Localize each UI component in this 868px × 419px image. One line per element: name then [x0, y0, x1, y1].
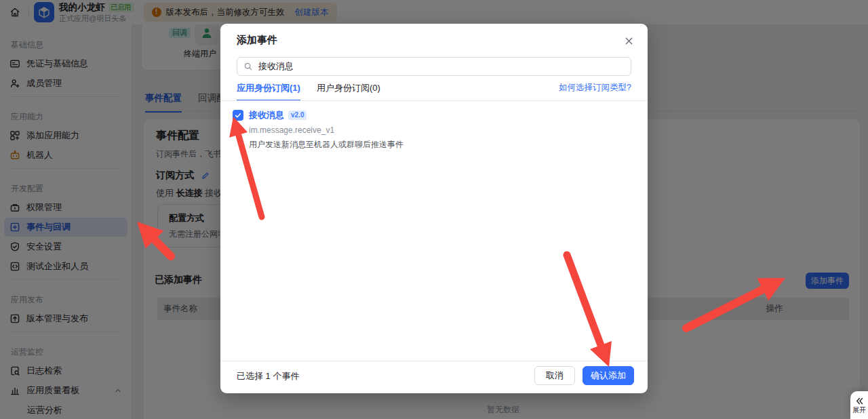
selected-count-text: 已选择 1 个事件: [237, 370, 299, 382]
modal-title: 添加事件: [237, 34, 277, 47]
tab-app-subscription[interactable]: 应用身份订阅(1): [237, 82, 300, 101]
search-box: [237, 57, 631, 76]
tab-user-subscription[interactable]: 用户身份订阅(0): [317, 82, 380, 100]
modal-tabs-divider: [220, 100, 648, 101]
event-name: 接收消息: [249, 109, 284, 121]
double-chevron-left-icon: [855, 397, 864, 405]
add-event-modal: 添加事件 应用身份订阅(1) 用户身份订阅(0) 如何选择订阅类型? 接收消息 …: [220, 24, 648, 393]
app-window: 我的小龙虾 已启用 正式应用@明日头条 ! 版本发布后，当前修改方可生效 创建版…: [0, 0, 868, 419]
expand-panel-toggle[interactable]: 展开: [850, 391, 868, 419]
event-list-item[interactable]: 接收消息 v2.0 im.message.receive_v1 用户发送新消息至…: [233, 109, 403, 151]
version-badge: v2.0: [288, 111, 307, 120]
cancel-button[interactable]: 取消: [534, 366, 575, 385]
event-code: im.message.receive_v1: [249, 125, 403, 135]
help-link[interactable]: 如何选择订阅类型?: [559, 82, 631, 94]
search-icon: [243, 62, 253, 71]
checkbox-checked[interactable]: [233, 110, 243, 121]
close-icon[interactable]: [622, 34, 635, 47]
modal-footer-divider: [220, 361, 648, 361]
subscription-tabs: 应用身份订阅(1) 用户身份订阅(0) 如何选择订阅类型?: [237, 82, 631, 100]
search-input[interactable]: [237, 58, 631, 75]
expand-label: 展开: [852, 407, 866, 414]
event-description: 用户发送新消息至机器人或群聊后推送事件: [249, 139, 403, 151]
confirm-add-button[interactable]: 确认添加: [583, 366, 634, 385]
